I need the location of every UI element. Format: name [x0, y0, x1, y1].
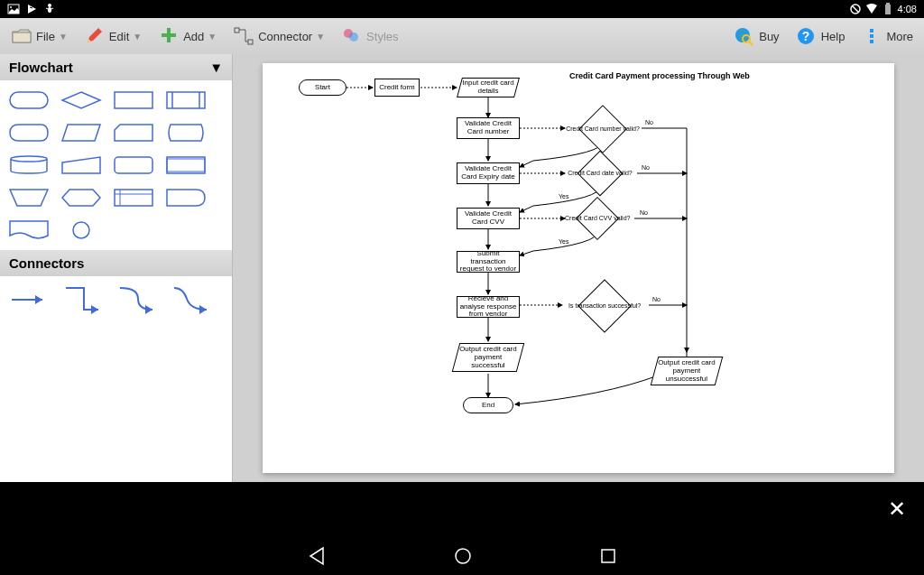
svg-line-5 [46, 8, 48, 9]
flowchart-panel-header[interactable]: Flowchart ▼ [0, 54, 232, 80]
bug-icon [43, 3, 56, 15]
node-end[interactable]: End [463, 397, 513, 413]
svg-rect-30 [115, 157, 152, 173]
shape-card[interactable] [112, 120, 155, 145]
globe-search-icon [734, 25, 755, 47]
svg-rect-10 [886, 3, 890, 5]
chevron-down-icon: ▼ [208, 32, 217, 42]
svg-point-15 [349, 32, 358, 42]
label-yes: Yes [559, 193, 568, 199]
shape-process-rounded[interactable] [112, 153, 155, 178]
svg-rect-21 [870, 29, 873, 32]
flowchart-shapes [0, 80, 232, 250]
shape-document[interactable] [7, 218, 51, 243]
label-no: No [642, 164, 650, 171]
svg-rect-32 [167, 159, 205, 172]
label-no: No [640, 209, 648, 216]
shape-database[interactable] [7, 153, 51, 178]
svg-line-8 [852, 6, 858, 13]
node-validate-number[interactable]: Validate Credit Card number [457, 117, 520, 139]
label-yes: Yes [559, 238, 568, 245]
node-credit-form[interactable]: Credit form [374, 79, 420, 97]
svg-rect-53 [602, 550, 614, 562]
buy-button[interactable]: Buy [726, 22, 786, 51]
label-no: No [645, 119, 653, 125]
shape-manual-input[interactable] [60, 153, 103, 178]
connectors-shapes [0, 276, 232, 323]
shape-double-rect[interactable] [164, 153, 208, 178]
svg-rect-25 [115, 92, 152, 108]
node-decision-number[interactable]: Credit Card number valid? [578, 105, 627, 153]
close-icon[interactable]: ✕ [888, 496, 906, 522]
shape-connector-circle[interactable] [60, 218, 103, 243]
nav-recent-icon[interactable] [599, 547, 617, 565]
add-menu[interactable]: Add ▼ [151, 22, 224, 51]
help-button[interactable]: ? Help [789, 22, 853, 51]
node-validate-expiry[interactable]: Validate Credit Card Expiry date [457, 162, 520, 184]
connector-elbow[interactable] [61, 283, 106, 316]
connector-smooth[interactable] [170, 283, 215, 316]
node-submit[interactable]: Submit transaction request to vendor [457, 251, 520, 273]
shape-predefined[interactable] [164, 88, 208, 113]
svg-point-29 [11, 156, 47, 162]
chevron-down-icon: ▼ [59, 32, 68, 42]
more-button[interactable]: More [854, 22, 920, 51]
svg-rect-12 [235, 28, 239, 32]
shape-process[interactable] [112, 88, 155, 113]
file-menu[interactable]: File ▼ [4, 22, 75, 51]
statusbar-time: 4:08 [898, 4, 917, 14]
svg-rect-4 [48, 7, 51, 13]
image-icon [7, 3, 20, 15]
svg-rect-24 [10, 92, 48, 108]
nav-home-icon[interactable] [453, 546, 473, 566]
node-receive[interactable]: Recieve and analyse response from vendor [457, 296, 520, 318]
svg-point-36 [73, 222, 89, 238]
node-input-details[interactable]: Input credit card details [457, 78, 520, 97]
help-icon: ? [796, 25, 818, 47]
chevron-down-icon: ▼ [133, 32, 142, 42]
svg-rect-31 [167, 157, 205, 173]
shape-display[interactable] [7, 120, 51, 145]
shape-sidebar: Flowchart ▼ Connectors [0, 54, 233, 482]
connectors-panel-header[interactable]: Connectors [0, 250, 232, 276]
svg-point-52 [456, 549, 470, 563]
chevron-down-icon: ▼ [209, 60, 223, 75]
nav-back-icon[interactable] [307, 546, 327, 566]
shape-internal-storage[interactable] [112, 185, 155, 210]
connector-menu[interactable]: Connector ▼ [226, 22, 332, 51]
label-no: No [652, 296, 661, 302]
svg-line-6 [51, 8, 53, 9]
diagram-page[interactable]: Credit Card Payment processing Through W… [263, 63, 894, 473]
diagram-title: Credit Card Payment processing Through W… [569, 71, 750, 80]
connector-icon [233, 25, 254, 47]
connector-curved[interactable] [116, 283, 161, 316]
svg-line-18 [749, 42, 753, 45]
edit-menu[interactable]: Edit ▼ [77, 22, 149, 51]
canvas[interactable]: Credit Card Payment processing Through W… [233, 54, 924, 482]
connector-straight[interactable] [7, 283, 52, 316]
svg-rect-13 [248, 40, 253, 44]
node-output-fail[interactable]: Output credit card payment unsuccessful [651, 357, 724, 385]
plus-icon [158, 25, 180, 47]
pencil-icon [84, 25, 106, 47]
shape-stored-data[interactable] [164, 120, 208, 145]
styles-menu[interactable]: Styles [334, 22, 405, 51]
shape-delay[interactable] [164, 185, 208, 210]
wifi-icon [865, 3, 878, 15]
more-vertical-icon [861, 25, 882, 47]
shape-terminator[interactable] [7, 88, 51, 113]
node-decision-cvv[interactable]: Credit Card CVV valid? [576, 197, 619, 240]
node-output-success[interactable]: Output credit card payment successful [452, 343, 525, 372]
node-decision-date[interactable]: Credit Card date valid? [578, 151, 624, 197]
shape-hexagon[interactable] [60, 185, 103, 210]
node-start[interactable]: Start [299, 79, 346, 96]
shape-data[interactable] [60, 120, 103, 145]
shape-decision[interactable] [60, 88, 103, 113]
node-decision-success[interactable]: Is transaction successful? [578, 279, 631, 332]
shape-trapezoid[interactable] [7, 185, 51, 210]
svg-rect-9 [885, 5, 891, 14]
folder-icon [11, 25, 32, 47]
android-navbar [0, 536, 924, 575]
svg-point-3 [48, 4, 51, 7]
node-validate-cvv[interactable]: Validate Credit Card CVV [457, 208, 520, 229]
